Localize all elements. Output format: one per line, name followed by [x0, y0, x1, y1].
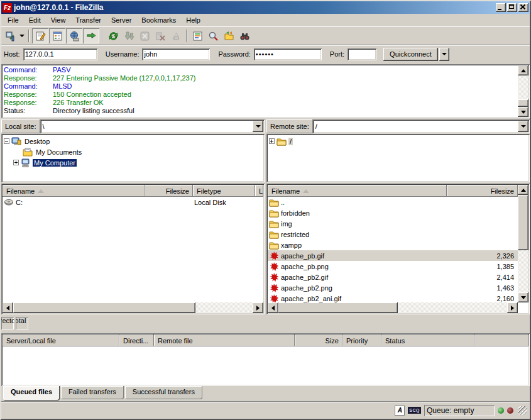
file-row[interactable]: ..	[268, 197, 518, 207]
local-site-combo[interactable]: \	[40, 119, 265, 133]
site-manager-dropdown[interactable]	[18, 28, 26, 43]
quickconnect-dropdown[interactable]	[439, 48, 449, 61]
column-filesize[interactable]: Filesize	[447, 185, 518, 197]
file-row[interactable]: apache_pb2.png 1,463	[268, 282, 518, 293]
message-log-icon	[35, 31, 46, 41]
file-row[interactable]: forbidden	[268, 207, 518, 218]
sort-ascending-icon	[303, 189, 309, 193]
remote-vertical-scrollbar[interactable]	[518, 185, 528, 302]
remote-site-combo[interactable]: /	[313, 119, 530, 133]
dropdown-arrow-icon	[442, 53, 447, 55]
column-direction[interactable]: Directi...	[119, 334, 154, 346]
tab-queued-files[interactable]: Queued files	[3, 386, 60, 401]
column-status[interactable]: Status	[381, 334, 474, 346]
close-button[interactable]	[518, 3, 528, 12]
file-name: img	[281, 220, 292, 228]
tree-item-desktop[interactable]: Desktop	[4, 136, 263, 146]
scroll-left-button[interactable]	[268, 302, 278, 313]
column-filetype[interactable]: Filetype	[193, 185, 255, 197]
image-file-icon	[269, 294, 279, 303]
host-input[interactable]	[23, 48, 97, 60]
column-filename[interactable]: Filename	[268, 185, 447, 197]
column-filesize[interactable]: Filesize	[145, 185, 193, 197]
remote-horizontal-scrollbar[interactable]	[268, 302, 518, 313]
directory-comparison-button[interactable]	[237, 28, 252, 43]
scroll-up-button[interactable]	[518, 185, 528, 195]
scroll-right-button[interactable]	[507, 302, 518, 313]
toggle-queue-button[interactable]	[83, 28, 99, 43]
menu-help[interactable]: Help	[181, 15, 205, 25]
scroll-thumb[interactable]	[518, 195, 528, 250]
password-input[interactable]	[254, 48, 322, 60]
resize-grip[interactable]	[518, 406, 527, 415]
log-scrollbar[interactable]	[518, 65, 528, 117]
menu-file[interactable]: File	[3, 15, 24, 25]
local-file-list: Filename Filesize Filetype L C:	[1, 184, 265, 314]
scroll-down-button[interactable]	[518, 107, 528, 117]
local-site-combo-button[interactable]	[253, 121, 263, 132]
tree-item-root[interactable]: /	[269, 136, 528, 146]
tab-failed-transfers[interactable]: Failed transfers	[61, 386, 124, 399]
refresh-button[interactable]	[106, 28, 121, 43]
scroll-thumb[interactable]	[13, 302, 195, 313]
queue-list-body[interactable]	[3, 346, 528, 385]
file-row-selected[interactable]: apache_pb.gif 2,326	[268, 250, 518, 261]
maximize-button[interactable]	[507, 3, 517, 12]
column-filler	[474, 334, 528, 346]
file-row-c-drive[interactable]: C: Local Disk	[3, 197, 263, 207]
process-queue-button[interactable]	[121, 28, 136, 43]
cancel-operation-button[interactable]	[137, 28, 152, 43]
close-icon	[520, 4, 526, 10]
toggle-remote-tree-button[interactable]	[66, 28, 82, 43]
disconnect-button[interactable]	[153, 28, 168, 43]
file-row[interactable]: xampp	[268, 240, 518, 250]
menu-edit[interactable]: Edit	[24, 15, 46, 25]
collapse-icon[interactable]	[4, 138, 9, 144]
scroll-right-button[interactable]	[253, 302, 263, 313]
port-input[interactable]	[348, 48, 376, 60]
file-name: forbidden	[281, 209, 310, 217]
column-priority[interactable]: Priority	[342, 334, 381, 346]
log-label: Command:	[4, 66, 53, 74]
file-row[interactable]: apache_pb.png 1,385	[268, 261, 518, 272]
toggle-message-log-button[interactable]	[32, 28, 48, 43]
quickconnect-button[interactable]: Quickconnect	[383, 48, 438, 61]
menu-server[interactable]: Server	[106, 15, 136, 25]
scroll-thumb[interactable]	[278, 302, 398, 313]
expand-icon[interactable]	[269, 138, 275, 144]
arrow-left-icon	[271, 306, 275, 311]
scroll-down-button[interactable]	[518, 292, 528, 302]
username-input[interactable]	[142, 48, 210, 60]
minimize-button[interactable]	[496, 3, 506, 12]
file-row[interactable]: img	[268, 218, 518, 229]
column-remote-file[interactable]: Remote file	[154, 334, 295, 346]
menu-view[interactable]: View	[46, 15, 71, 25]
file-search-button[interactable]	[205, 28, 221, 43]
column-size[interactable]: Size	[295, 334, 342, 346]
scroll-left-button[interactable]	[3, 302, 13, 313]
file-row[interactable]: restricted	[268, 229, 518, 240]
expand-icon[interactable]	[13, 160, 19, 165]
menu-transfer[interactable]: Transfer	[70, 15, 106, 25]
scroll-up-button[interactable]	[518, 65, 528, 75]
tree-item-my-computer[interactable]: My Computer	[4, 157, 263, 168]
site-manager-button[interactable]	[3, 28, 18, 43]
menu-bookmarks[interactable]: Bookmarks	[136, 15, 181, 25]
file-row[interactable]: apache_pb2.gif 2,414	[268, 272, 518, 282]
folder-icon	[269, 197, 279, 207]
tab-successful-transfers[interactable]: Successful transfers	[125, 386, 202, 399]
column-filename[interactable]: Filename	[3, 185, 145, 197]
column-last-modified[interactable]: L	[255, 185, 263, 197]
log-text: 227 Entering Passive Mode (127,0,0,1,17,…	[53, 74, 195, 82]
reconnect-button[interactable]	[168, 28, 183, 43]
tree-item-my-documents[interactable]: My Documents	[4, 146, 263, 157]
file-row[interactable]: apache_pb2_ani.gif 2,160	[268, 293, 518, 302]
toggle-local-tree-button[interactable]	[49, 28, 65, 43]
remote-site-combo-button[interactable]	[518, 121, 528, 132]
directory-listing-filter-button[interactable]	[190, 28, 205, 43]
column-server-local-file[interactable]: Server/Local file	[3, 334, 119, 346]
scroll-thumb[interactable]	[518, 99, 528, 107]
local-horizontal-scrollbar[interactable]	[3, 302, 263, 313]
folder-icon	[269, 229, 279, 240]
synchronized-browsing-button[interactable]	[221, 28, 236, 43]
